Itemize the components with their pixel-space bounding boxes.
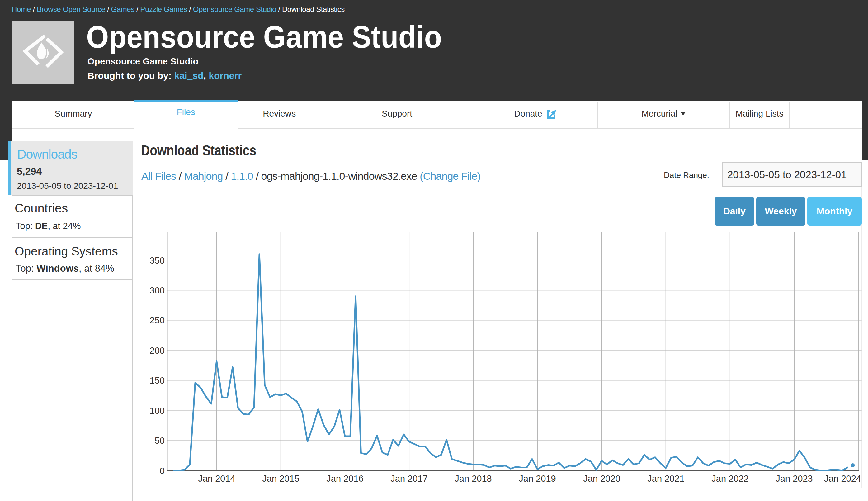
svg-text:Jan 2020: Jan 2020 [583, 473, 620, 483]
svg-text:Jan 2015: Jan 2015 [262, 473, 299, 483]
svg-text:Jan 2023: Jan 2023 [776, 473, 813, 483]
svg-text:200: 200 [150, 345, 165, 355]
svg-text:300: 300 [150, 285, 165, 295]
svg-text:Jan 2022: Jan 2022 [711, 473, 748, 483]
svg-text:350: 350 [150, 255, 165, 265]
svg-text:250: 250 [150, 315, 165, 325]
svg-text:Jan 2024: Jan 2024 [824, 473, 861, 483]
svg-text:100: 100 [150, 406, 165, 416]
svg-text:Jan 2014: Jan 2014 [198, 473, 235, 483]
svg-text:Jan 2017: Jan 2017 [391, 473, 427, 483]
svg-text:0: 0 [160, 466, 165, 476]
svg-text:Jan 2019: Jan 2019 [519, 473, 556, 483]
svg-text:Jan 2016: Jan 2016 [326, 473, 363, 483]
svg-text:50: 50 [155, 436, 165, 446]
svg-text:Jan 2021: Jan 2021 [647, 473, 684, 483]
svg-text:Jan 2018: Jan 2018 [454, 473, 492, 483]
svg-text:150: 150 [150, 375, 165, 385]
